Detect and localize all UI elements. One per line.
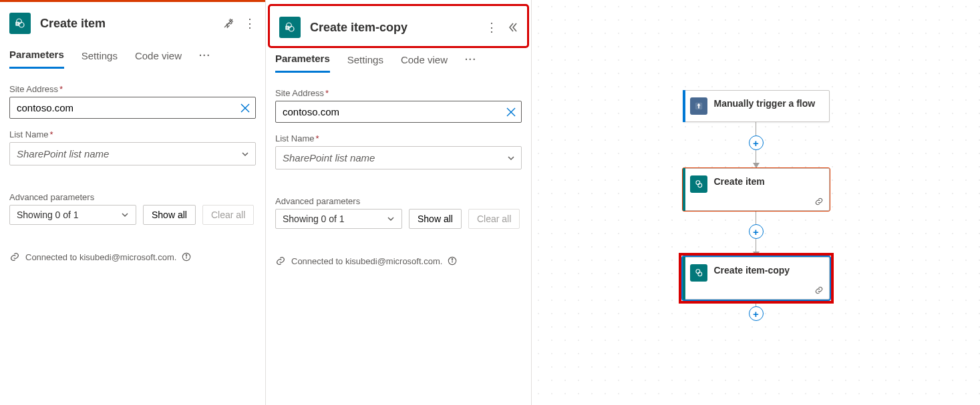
sharepoint-icon <box>690 175 707 193</box>
sharepoint-icon: S <box>9 13 31 34</box>
flow-node-create-item[interactable]: Create item <box>683 168 830 211</box>
panel-body: Site Address* List Name* SharePoint list… <box>0 69 265 225</box>
advanced-params-row: Showing 0 of 1 Show all Clear all <box>275 209 522 229</box>
node-accent <box>683 257 685 300</box>
svg-point-20 <box>695 181 699 185</box>
flow-canvas[interactable]: Manually trigger a flow + Create item + <box>532 0 980 405</box>
tabs: Parameters Settings Code view ··· <box>266 46 531 73</box>
svg-point-23 <box>697 272 701 276</box>
node-accent <box>683 90 685 122</box>
node-title: Create item <box>714 175 765 187</box>
node-title: Create item-copy <box>714 264 790 276</box>
site-address-label: Site Address* <box>275 88 522 98</box>
list-name-select[interactable]: SharePoint list name <box>275 146 522 169</box>
list-name-select-wrap: SharePoint list name <box>275 146 522 169</box>
flow-node-trigger[interactable]: Manually trigger a flow <box>683 90 830 122</box>
list-name-label: List Name* <box>9 129 256 139</box>
node-accent <box>683 168 685 211</box>
add-step-button[interactable]: + <box>749 224 764 239</box>
clear-all-button: Clear all <box>468 209 520 229</box>
panel-title: Create item <box>40 17 213 31</box>
link-icon <box>814 197 824 206</box>
advanced-summary-select[interactable]: Showing 0 of 1 <box>275 209 402 229</box>
tab-settings[interactable]: Settings <box>81 50 118 68</box>
connector-end: + <box>749 300 764 321</box>
more-icon[interactable]: ⋮ <box>244 17 256 29</box>
svg-point-18 <box>452 259 453 260</box>
add-step-button[interactable]: + <box>749 135 764 150</box>
panel-header: S Create item ⋮ <box>0 2 265 42</box>
tab-codeview[interactable]: Code view <box>401 54 448 72</box>
sharepoint-icon: S <box>279 17 301 38</box>
panel-accent <box>266 0 531 2</box>
advanced-params-row: Showing 0 of 1 Show all Clear all <box>9 205 256 225</box>
flow-column: Manually trigger a flow + Create item + <box>683 90 830 321</box>
panel-header-actions: ⋮ <box>222 17 256 29</box>
chevron-down-icon <box>121 211 129 219</box>
site-address-input[interactable] <box>275 101 522 123</box>
site-address-input-wrap <box>9 97 256 119</box>
svg-point-9 <box>186 255 187 256</box>
more-icon[interactable]: ⋮ <box>486 21 498 33</box>
tab-overflow-icon[interactable]: ··· <box>199 50 211 67</box>
list-name-label: List Name* <box>275 133 522 143</box>
svg-point-11 <box>289 27 295 32</box>
svg-point-22 <box>695 270 699 274</box>
panel-title: Create item-copy <box>310 21 476 35</box>
info-icon[interactable] <box>182 252 191 262</box>
svg-point-1 <box>19 23 25 28</box>
svg-point-21 <box>697 183 701 187</box>
connector: + <box>749 122 764 168</box>
connector: + <box>749 211 764 257</box>
tab-overflow-icon[interactable]: ··· <box>465 54 477 71</box>
clear-icon[interactable] <box>240 103 251 113</box>
tabs: Parameters Settings Code view ··· <box>0 42 265 69</box>
advanced-params-label: Advanced parameters <box>9 192 256 202</box>
unpin-icon[interactable] <box>222 17 234 29</box>
collapse-icon[interactable] <box>507 22 518 33</box>
panel-header-actions: ⋮ <box>486 21 518 33</box>
connection-status: Connected to kisubedi@microsoft.com. <box>266 256 531 276</box>
panel-header: S Create item-copy ⋮ <box>270 6 527 46</box>
panel-body: Site Address* List Name* SharePoint list… <box>266 73 531 229</box>
tab-settings[interactable]: Settings <box>347 54 383 72</box>
site-address-label: Site Address* <box>9 84 256 94</box>
connection-status: Connected to kisubedi@microsoft.com. <box>0 252 265 272</box>
sharepoint-icon <box>690 264 707 282</box>
clear-all-button: Clear all <box>202 205 254 225</box>
site-address-input[interactable] <box>9 97 256 119</box>
link-icon <box>275 256 286 266</box>
info-icon[interactable] <box>448 256 457 266</box>
details-panel-1: S Create item ⋮ Parameters Settings Code… <box>0 0 266 405</box>
tab-parameters[interactable]: Parameters <box>9 49 64 69</box>
site-address-input-wrap <box>275 101 522 123</box>
list-name-select[interactable]: SharePoint list name <box>9 142 256 165</box>
show-all-button[interactable]: Show all <box>409 209 462 229</box>
node-title: Manually trigger a flow <box>714 97 816 109</box>
advanced-params-label: Advanced parameters <box>275 196 522 206</box>
chevron-down-icon <box>387 215 395 223</box>
advanced-summary-select[interactable]: Showing 0 of 1 <box>9 205 136 225</box>
show-all-button[interactable]: Show all <box>143 205 196 225</box>
tab-codeview[interactable]: Code view <box>135 50 182 68</box>
flow-node-create-item-copy-wrap: Create item-copy <box>683 257 830 300</box>
trigger-icon <box>690 97 707 115</box>
clear-icon[interactable] <box>506 107 516 117</box>
add-step-button[interactable]: + <box>749 306 764 321</box>
link-icon <box>9 252 20 262</box>
list-name-select-wrap: SharePoint list name <box>9 142 256 165</box>
tab-parameters[interactable]: Parameters <box>275 53 330 73</box>
flow-node-create-item-copy[interactable]: Create item-copy <box>683 257 830 300</box>
details-panel-2: S Create item-copy ⋮ Parameters Settings… <box>266 0 532 405</box>
link-icon <box>814 286 824 295</box>
